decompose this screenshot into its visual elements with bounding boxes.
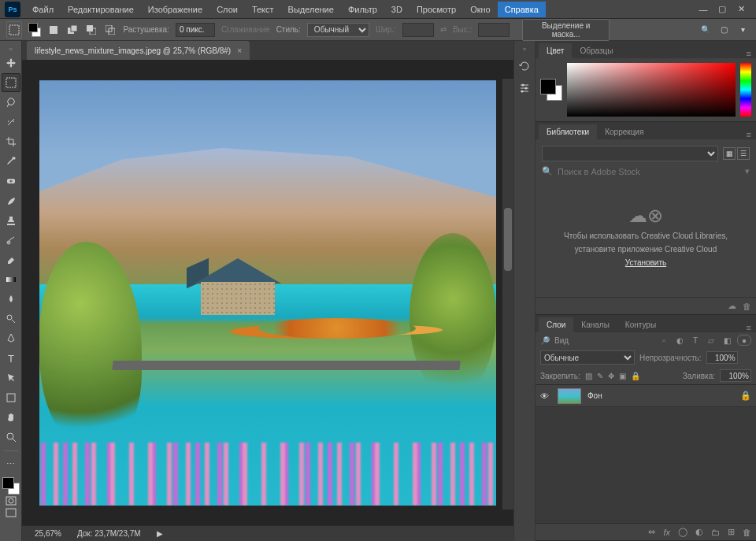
brush-tool[interactable] bbox=[2, 191, 20, 210]
workspace-icon[interactable]: ▾ bbox=[737, 23, 750, 37]
hand-tool[interactable] bbox=[2, 408, 20, 427]
selection-subtract-icon[interactable] bbox=[85, 23, 98, 37]
lock-brush-icon[interactable]: ✎ bbox=[597, 372, 603, 380]
dodge-tool[interactable] bbox=[2, 309, 20, 328]
lib-cloud-icon[interactable]: ☁ bbox=[728, 301, 736, 311]
selection-add-icon[interactable] bbox=[66, 23, 79, 37]
path-select-tool[interactable] bbox=[2, 369, 20, 387]
quick-mask-icon[interactable] bbox=[4, 495, 18, 506]
color-field[interactable] bbox=[567, 63, 736, 117]
share-icon[interactable]: ▢ bbox=[718, 23, 731, 37]
current-tool-icon[interactable] bbox=[6, 21, 22, 39]
menu-file[interactable]: Файл bbox=[25, 2, 61, 17]
lock-pixels-icon[interactable]: ▨ bbox=[585, 372, 592, 380]
select-and-mask-button[interactable]: Выделение и маска... bbox=[522, 19, 610, 41]
blur-tool[interactable] bbox=[2, 290, 20, 309]
menu-text[interactable]: Текст bbox=[245, 2, 281, 17]
maximize-icon[interactable]: ▢ bbox=[717, 4, 728, 15]
panel-menu-icon[interactable]: ≡ bbox=[747, 49, 756, 58]
menu-edit[interactable]: Редактирование bbox=[61, 2, 141, 17]
layer-fx-icon[interactable]: fx bbox=[663, 528, 670, 537]
move-tool[interactable] bbox=[2, 54, 20, 72]
list-view-icon[interactable]: ☰ bbox=[737, 147, 750, 160]
filter-pixel-icon[interactable]: ▫ bbox=[658, 335, 669, 346]
wand-tool[interactable] bbox=[2, 113, 20, 132]
type-tool[interactable]: T bbox=[2, 349, 20, 368]
menu-select[interactable]: Выделение bbox=[281, 2, 341, 17]
layer-thumbnail[interactable] bbox=[558, 388, 581, 404]
tab-color[interactable]: Цвет bbox=[539, 43, 572, 58]
close-tab-icon[interactable]: × bbox=[237, 46, 242, 55]
lib-trash-icon[interactable]: 🗑 bbox=[743, 302, 751, 311]
visibility-icon[interactable]: 👁 bbox=[540, 391, 551, 401]
status-arrow-icon[interactable]: ▶ bbox=[157, 529, 163, 538]
color-swatch-panel[interactable] bbox=[540, 79, 562, 101]
lock-artboard-icon[interactable]: ▣ bbox=[619, 372, 626, 380]
link-layers-icon[interactable]: ⇔ bbox=[648, 527, 655, 537]
color-swatch[interactable] bbox=[2, 477, 20, 495]
tab-paths[interactable]: Контуры bbox=[617, 317, 664, 332]
tab-libraries[interactable]: Библиотеки bbox=[539, 124, 597, 139]
vertical-scrollbar[interactable] bbox=[502, 79, 513, 510]
tab-adjustments[interactable]: Коррекция bbox=[597, 124, 651, 139]
tools-collapse-icon[interactable]: « bbox=[9, 46, 12, 53]
filter-adjust-icon[interactable]: ◐ bbox=[674, 335, 685, 346]
panel-menu-icon[interactable]: ≡ bbox=[747, 323, 756, 332]
swatch-mini[interactable] bbox=[28, 23, 41, 37]
menu-3d[interactable]: 3D bbox=[384, 2, 410, 17]
lock-all-icon[interactable]: 🔒 bbox=[631, 372, 640, 380]
menu-filter[interactable]: Фильтр bbox=[341, 2, 384, 17]
history-brush-tool[interactable] bbox=[2, 231, 20, 250]
menu-view[interactable]: Просмотр bbox=[410, 2, 463, 17]
grid-view-icon[interactable]: ▦ bbox=[723, 147, 736, 160]
lock-position-icon[interactable]: ✥ bbox=[608, 372, 614, 380]
tab-layers[interactable]: Слои bbox=[539, 317, 573, 332]
delete-layer-icon[interactable]: 🗑 bbox=[743, 528, 751, 537]
menu-image[interactable]: Изображение bbox=[141, 2, 209, 17]
filter-smart-icon[interactable]: ◧ bbox=[721, 335, 732, 346]
filter-toggle-icon[interactable]: ● bbox=[737, 335, 751, 346]
selection-intersect-icon[interactable] bbox=[104, 23, 117, 37]
healing-tool[interactable] bbox=[2, 172, 20, 191]
hue-slider[interactable] bbox=[740, 63, 751, 117]
strip-collapse-icon[interactable]: « bbox=[523, 46, 526, 53]
layer-name[interactable]: Фон bbox=[587, 391, 734, 400]
canvas[interactable] bbox=[22, 60, 513, 525]
screen-mode-icon[interactable] bbox=[4, 507, 18, 518]
gradient-tool[interactable] bbox=[2, 270, 20, 289]
layer-mask-icon[interactable]: ◯ bbox=[678, 527, 687, 537]
new-layer-icon[interactable]: ⊞ bbox=[728, 527, 735, 537]
properties-panel-icon[interactable] bbox=[516, 80, 533, 97]
group-icon[interactable]: 🗀 bbox=[711, 528, 720, 537]
eraser-tool[interactable] bbox=[2, 250, 20, 269]
close-icon[interactable]: ✕ bbox=[736, 4, 747, 15]
zoom-level[interactable]: 25,67% bbox=[35, 529, 61, 538]
selection-new-icon[interactable] bbox=[47, 23, 60, 37]
eyedropper-tool[interactable] bbox=[2, 152, 20, 171]
filter-search-icon[interactable]: 🔎 bbox=[540, 336, 550, 345]
minimize-icon[interactable]: — bbox=[698, 4, 709, 15]
panel-menu-icon[interactable]: ≡ bbox=[747, 130, 756, 139]
fill-input[interactable] bbox=[720, 369, 751, 382]
search-icon[interactable]: 🔍 bbox=[699, 23, 711, 37]
opacity-input[interactable] bbox=[706, 351, 738, 364]
blend-mode-select[interactable]: Обычные bbox=[540, 350, 635, 365]
edit-toolbar-icon[interactable]: ⋯ bbox=[2, 454, 20, 473]
feather-input[interactable] bbox=[176, 23, 215, 37]
lasso-tool[interactable] bbox=[2, 93, 20, 112]
crop-tool[interactable] bbox=[2, 132, 20, 151]
adjustment-layer-icon[interactable]: ◐ bbox=[695, 527, 703, 537]
filter-shape-icon[interactable]: ▱ bbox=[706, 335, 717, 346]
lock-icon[interactable]: 🔒 bbox=[740, 391, 751, 401]
document-tab[interactable]: lifestyle_news_mixture_images.jpeg @ 25,… bbox=[27, 41, 250, 60]
history-panel-icon[interactable] bbox=[516, 57, 533, 75]
pen-tool[interactable] bbox=[2, 329, 20, 348]
install-link[interactable]: Установить bbox=[625, 258, 667, 267]
style-select[interactable]: Обычный bbox=[307, 23, 369, 37]
shape-tool[interactable] bbox=[2, 388, 20, 407]
stamp-tool[interactable] bbox=[2, 211, 20, 230]
tab-channels[interactable]: Каналы bbox=[573, 317, 617, 332]
library-search[interactable]: 🔍 Поиск в Adobe Stock ▾ bbox=[542, 166, 750, 176]
marquee-tool[interactable] bbox=[2, 73, 20, 92]
filter-type-icon[interactable]: T bbox=[690, 335, 701, 346]
